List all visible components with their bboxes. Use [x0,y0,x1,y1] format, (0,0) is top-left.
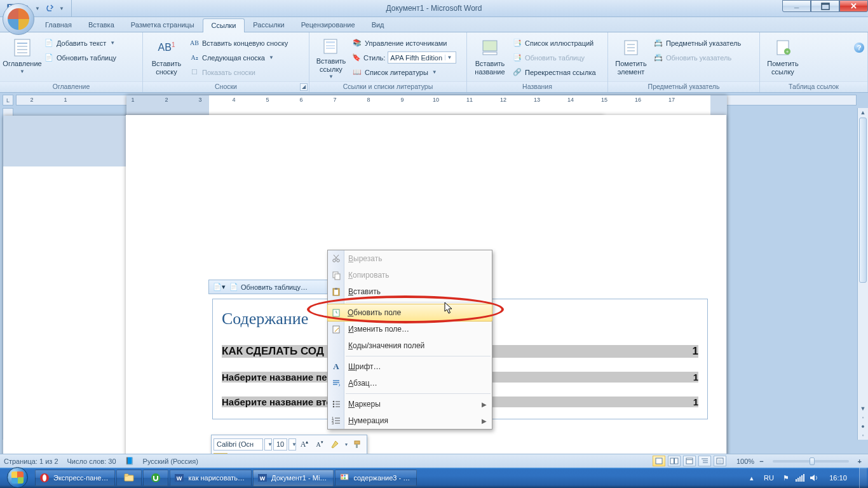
mini-font-color[interactable]: A [282,453,296,454]
qat-undo-dd[interactable]: ▼ [33,3,42,14]
mark-citation[interactable]: + Пометить ссылку [764,35,802,78]
toc-button[interactable]: Оглавление ▼ [4,35,41,78]
tab-layout[interactable]: Разметка страницы [123,18,203,32]
menu-item[interactable]: 123Нумерация▶ [328,412,492,429]
view-outline[interactable] [698,456,711,466]
browse-next-icon[interactable]: ◦ [858,431,868,440]
bibliography[interactable]: 📖Список литературы▼ [349,65,459,79]
insert-citation[interactable]: Вставить ссылку▼ [313,35,349,78]
menu-item[interactable]: Маркеры▶ [328,396,492,412]
tab-references[interactable]: Ссылки [203,18,245,32]
tray-lang[interactable]: RU [759,474,779,482]
start-button[interactable] [0,468,34,488]
tab-review[interactable]: Рецензирование [293,18,363,32]
citation-style[interactable]: APA Fifth Edition▼ [388,51,456,64]
mini-bullets[interactable] [340,453,354,454]
qat-redo[interactable] [43,3,56,14]
footnotes-dialog[interactable]: ◢ [300,83,308,91]
taskbar-item[interactable]: Экспресс-пане… [35,470,115,486]
menu-item[interactable]: AШрифт… [328,358,492,375]
manage-sources[interactable]: 📚Управление источниками [349,36,459,50]
mini-indent-dec[interactable] [309,453,323,454]
zoom-in[interactable]: + [855,458,864,465]
toc-update-button[interactable]: 📄Обновить таблицу… [229,283,308,291]
menu-item[interactable]: Вставить [328,283,492,300]
toc-update[interactable]: 📄Обновить таблицу [41,51,119,64]
maximize-button[interactable] [811,0,839,12]
status-proof-icon[interactable]: 📘 [125,457,134,465]
taskbar-item[interactable]: WДокумент1 - Mi… [253,470,334,486]
menu-item[interactable]: Коды/значения полей [328,337,492,354]
show-footnotes[interactable]: ☐Показать сноски [186,65,291,79]
mini-bold[interactable]: Ж [214,453,227,454]
mini-center[interactable] [244,453,258,454]
insert-index[interactable]: 📇Предметный указатель [650,36,744,50]
tray-clock[interactable]: 16:10 [821,474,855,482]
taskbar-item[interactable]: Wкак нарисовать… [170,470,252,486]
scroll-up-icon[interactable]: ▲ [858,108,868,117]
qat-customize[interactable]: ▼ [57,3,66,14]
mini-indent-inc[interactable] [325,453,339,454]
office-button[interactable] [3,3,34,35]
browse-prev-icon[interactable]: ◦ [858,413,868,422]
toc-add-text[interactable]: 📄Добавить текст▼ [41,36,119,50]
mini-italic[interactable]: К [229,453,243,454]
status-words[interactable]: Число слов: 30 [67,458,116,465]
status-page[interactable]: Страница: 1 из 2 [4,458,58,465]
mini-grow[interactable]: A▴ [297,438,311,451]
view-web[interactable] [683,456,696,466]
insert-fig-table[interactable]: 📑Список иллюстраций [509,36,599,50]
taskbar-item[interactable]: содержание3 - … [335,470,417,486]
minimize-button[interactable]: _ [782,0,811,12]
mini-shrink[interactable]: A▾ [313,438,327,451]
menu-item[interactable]: Обновить поле [327,304,492,322]
menu-item[interactable]: Абзац… [328,375,492,391]
close-button[interactable]: ✕ [839,0,868,12]
toc-tab-icon[interactable]: 📄▾ [213,283,226,291]
mini-font-color-dd[interactable]: ▾ [297,453,304,454]
mini-highlight-dd[interactable]: ▾ [275,453,281,454]
zoom-slider[interactable] [773,460,849,463]
insert-endnote[interactable]: ABВставить концевую сноску [186,36,291,50]
mini-font-dd[interactable]: ▼ [264,438,272,451]
show-desktop[interactable] [859,468,867,488]
mini-styles[interactable] [328,438,342,451]
tab-view[interactable]: Вид [363,18,393,32]
zoom-value[interactable]: 100% [736,458,754,465]
insert-footnote[interactable]: AB1 Вставить сноску [147,35,186,78]
tray-network-icon[interactable] [794,472,806,484]
status-language[interactable]: Русский (Россия) [143,458,198,465]
tab-insert[interactable]: Вставка [80,18,123,32]
vertical-scrollbar[interactable]: ▲ ▼ ◦ ● ◦ [857,108,868,440]
view-draft[interactable] [714,456,726,466]
scroll-thumb[interactable] [859,118,867,283]
insert-caption[interactable]: Вставить название [471,35,509,78]
scroll-down-icon[interactable]: ▼ [858,404,868,413]
taskbar-item[interactable] [143,470,168,486]
tab-mailings[interactable]: Рассылки [245,18,292,32]
update-index[interactable]: 📇Обновить указатель [650,51,744,64]
cross-reference[interactable]: 🔗Перекрестная ссылка [509,65,599,79]
mini-size-dd[interactable]: ▼ [288,438,296,451]
mini-bullets-dd[interactable]: ▾ [355,453,362,454]
mini-size[interactable]: 10 [273,438,287,451]
tray-volume-icon[interactable] [808,472,820,484]
mini-styles-dd[interactable]: ▾ [343,438,349,451]
update-fig-table[interactable]: 📑Обновить таблицу [509,51,599,64]
ruler-corner[interactable]: L [3,95,13,105]
mini-format-painter[interactable] [351,438,365,451]
vertical-ruler[interactable] [3,108,13,440]
browse-object-icon[interactable]: ● [858,422,868,431]
next-footnote[interactable]: A₂Следующая сноска▼ [186,51,291,64]
mini-font[interactable]: Calibri (Осн [214,438,263,451]
taskbar-item[interactable] [116,470,142,486]
mini-highlight[interactable]: ab [259,453,273,454]
view-reading[interactable] [668,456,681,466]
menu-item[interactable]: Изменить поле… [328,321,492,337]
tray-action-center-icon[interactable]: ⚑ [780,472,792,484]
tab-home[interactable]: Главная [37,18,80,32]
mark-entry[interactable]: Пометить элемент [612,35,650,78]
view-print[interactable] [653,456,665,466]
zoom-out[interactable]: − [757,458,766,465]
horizontal-ruler[interactable]: 1234567891011121314151617123 [16,95,857,105]
